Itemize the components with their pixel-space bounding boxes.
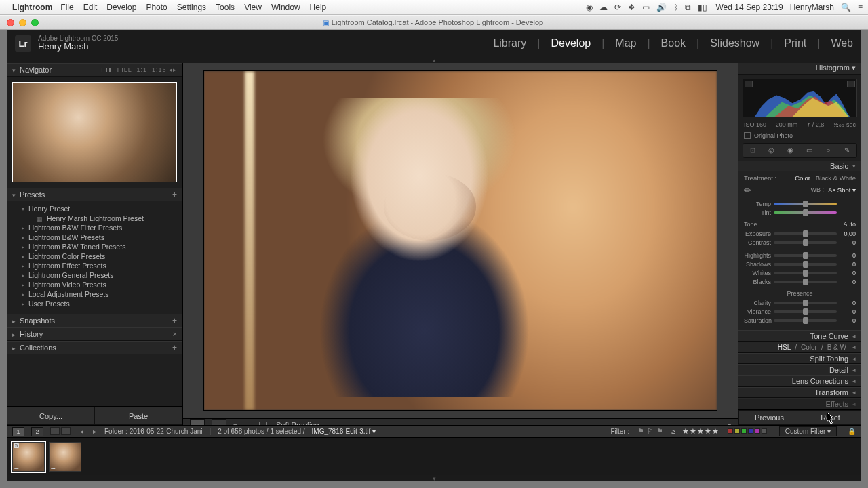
- minimize-window-button[interactable]: [19, 19, 26, 26]
- bluetooth-icon[interactable]: ᛒ: [673, 3, 678, 12]
- basic-panel-header[interactable]: Basic▾: [738, 161, 861, 172]
- preset-folder[interactable]: Lightroom B&W Toned Presets: [7, 242, 182, 251]
- preset-folder[interactable]: Lightroom B&W Presets: [7, 232, 182, 242]
- preset-folder[interactable]: Lightroom General Presets: [7, 270, 182, 280]
- menu-edit[interactable]: Edit: [83, 3, 98, 12]
- display-icon[interactable]: ▭: [642, 3, 650, 12]
- vibrance-slider[interactable]: Vibrance0: [744, 307, 856, 316]
- rating-filter[interactable]: ★★★★★: [682, 427, 719, 436]
- cloud-icon[interactable]: ☁: [599, 3, 608, 12]
- menu-tools[interactable]: Tools: [216, 3, 235, 12]
- close-window-button[interactable]: [7, 19, 14, 26]
- current-filename[interactable]: IMG_7816-Edit-3.tif ▾: [312, 428, 376, 435]
- add-preset-button[interactable]: +: [172, 190, 177, 199]
- preset-folder[interactable]: Local Adjustment Presets: [7, 289, 182, 299]
- tint-slider[interactable]: Tint: [744, 208, 856, 217]
- zoom-window-button[interactable]: [31, 19, 39, 26]
- module-slideshow[interactable]: Slideshow: [710, 37, 760, 49]
- graduated-filter-tool[interactable]: ▭: [803, 144, 815, 157]
- navigator-header[interactable]: Navigator FIT FILL 1:1 1:16 ◂▸: [7, 63, 182, 77]
- module-map[interactable]: Map: [615, 37, 636, 49]
- volume-icon[interactable]: 🔊: [656, 3, 667, 12]
- snapshots-header[interactable]: Snapshots+: [7, 314, 182, 327]
- exposure-slider[interactable]: Exposure0,00: [744, 229, 856, 238]
- transform-header[interactable]: Transform◂: [738, 387, 861, 399]
- menu-file[interactable]: File: [60, 3, 73, 12]
- menu-develop[interactable]: Develop: [106, 3, 136, 12]
- preset-folder[interactable]: Henry Preset: [7, 204, 182, 214]
- flag-unflagged[interactable]: ⚐: [647, 427, 654, 435]
- detail-header[interactable]: Detail◂: [738, 364, 861, 375]
- custom-filter-dropdown[interactable]: Custom Filter ▾: [779, 426, 837, 436]
- crop-tool[interactable]: ⊡: [747, 144, 759, 157]
- preset-folder[interactable]: Lightroom Color Presets: [7, 251, 182, 261]
- battery-icon[interactable]: ▮▯: [698, 3, 707, 12]
- tone-curve-header[interactable]: Tone Curve◂: [738, 330, 861, 342]
- paste-settings-button[interactable]: Paste: [94, 407, 182, 425]
- image-canvas[interactable]: [183, 63, 738, 418]
- blacks-slider[interactable]: Blacks0: [744, 277, 856, 286]
- filmstrip-thumb[interactable]: 5•••••: [12, 442, 45, 472]
- hsl-header[interactable]: HSL/Color/B & W◂: [738, 342, 861, 353]
- presets-header[interactable]: Presets+: [7, 188, 182, 201]
- menu-help[interactable]: Help: [310, 3, 327, 12]
- nav-back[interactable]: ◂: [80, 428, 83, 435]
- main-window-button[interactable]: 1: [12, 427, 24, 436]
- flag-rejected[interactable]: ⚑: [656, 427, 663, 435]
- spot-removal-tool[interactable]: ◎: [766, 144, 778, 157]
- preset-folder[interactable]: Lightroom Video Presets: [7, 280, 182, 289]
- contrast-slider[interactable]: Contrast0: [744, 238, 856, 247]
- folder-path[interactable]: Folder : 2016-05-22-Church Jani: [104, 428, 203, 435]
- filmstrip[interactable]: 5••••• •••••: [7, 437, 861, 475]
- whites-slider[interactable]: Whites0: [744, 268, 856, 277]
- menu-settings[interactable]: Settings: [177, 3, 206, 12]
- module-web[interactable]: Web: [831, 37, 853, 49]
- treatment-color[interactable]: Color: [795, 174, 810, 182]
- menu-photo[interactable]: Photo: [146, 3, 167, 12]
- menu-window[interactable]: Window: [271, 3, 300, 12]
- auto-tone-button[interactable]: Auto: [843, 221, 856, 228]
- app-menu[interactable]: Lightroom: [12, 3, 52, 12]
- reset-button[interactable]: Reset: [800, 410, 861, 425]
- histogram-header[interactable]: Histogram ▾: [738, 63, 861, 75]
- module-library[interactable]: Library: [493, 37, 526, 49]
- menubar-user[interactable]: HenryMarsh: [790, 3, 834, 12]
- flag-picked[interactable]: ⚑: [637, 427, 644, 435]
- navigator-zoom-options[interactable]: FIT FILL 1:1 1:16 ◂▸: [101, 66, 177, 73]
- adjustment-brush-tool[interactable]: ✎: [841, 144, 853, 157]
- bottom-panel-toggle[interactable]: ▾: [7, 475, 861, 481]
- highlights-slider[interactable]: Highlights0: [744, 251, 856, 260]
- preset-folder[interactable]: Lightroom B&W Filter Presets: [7, 223, 182, 232]
- sync-icon[interactable]: ⟳: [614, 3, 621, 12]
- preset-folder[interactable]: User Presets: [7, 299, 182, 308]
- rating-filter-prefix[interactable]: ≥: [671, 428, 675, 435]
- previous-button[interactable]: Previous: [738, 410, 800, 425]
- filter-lock-icon[interactable]: 🔒: [848, 428, 856, 435]
- temp-slider[interactable]: Temp: [744, 199, 856, 208]
- shadows-slider[interactable]: Shadows0: [744, 260, 856, 268]
- notification-center-icon[interactable]: ≡: [858, 3, 863, 12]
- menubar-clock[interactable]: Wed 14 Sep 23:19: [715, 3, 783, 12]
- spotlight-icon[interactable]: 🔍: [841, 3, 851, 12]
- record-icon[interactable]: ◉: [586, 3, 593, 12]
- dropbox-icon[interactable]: ❖: [628, 3, 635, 12]
- clarity-slider[interactable]: Clarity0: [744, 298, 856, 307]
- copy-settings-button[interactable]: Copy...: [7, 407, 94, 425]
- navigator-preview[interactable]: [12, 82, 177, 182]
- second-window-button[interactable]: 2: [31, 427, 43, 436]
- nav-forward[interactable]: ▸: [93, 428, 96, 435]
- radial-filter-tool[interactable]: ○: [822, 144, 834, 157]
- histogram[interactable]: [743, 79, 857, 117]
- menu-view[interactable]: View: [244, 3, 262, 12]
- top-panel-toggle[interactable]: ▴: [7, 57, 861, 63]
- module-book[interactable]: Book: [661, 37, 686, 49]
- original-photo-toggle[interactable]: Original Photo: [738, 131, 861, 143]
- wifi-icon[interactable]: ⧉: [685, 3, 691, 12]
- history-header[interactable]: History×: [7, 327, 182, 341]
- lens-corrections-header[interactable]: Lens Corrections◂: [738, 375, 861, 387]
- treatment-bw[interactable]: Black & White: [816, 174, 856, 182]
- effects-header[interactable]: Effects◂: [738, 398, 861, 409]
- redeye-tool[interactable]: ◉: [785, 144, 797, 157]
- collections-header[interactable]: Collections+: [7, 341, 182, 354]
- preset-item[interactable]: Henry Marsh Lightroom Preset: [7, 214, 182, 223]
